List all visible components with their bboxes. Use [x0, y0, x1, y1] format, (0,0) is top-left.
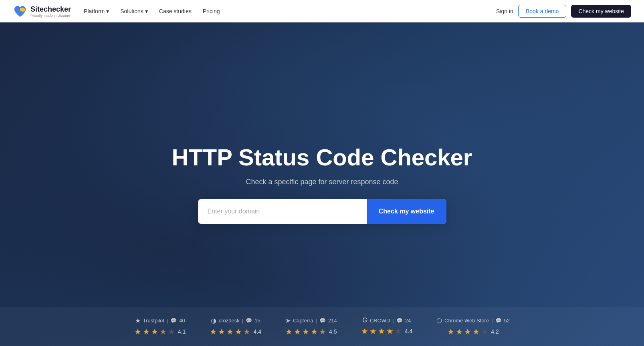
- nav-case-studies[interactable]: Case studies: [159, 8, 192, 14]
- nav-actions: Sign in Book a demo Check my website: [496, 5, 631, 18]
- rating-item: ◑ crozdesk | 💬 15 ★★★★★ 4.4: [210, 317, 261, 336]
- platform-icon: G: [362, 317, 367, 324]
- nav-solutions[interactable]: Solutions ▾: [120, 8, 148, 14]
- review-count: 24: [405, 318, 411, 324]
- star-full-icon: ★: [134, 327, 141, 336]
- star-full-icon: ★: [302, 327, 309, 336]
- review-count: 15: [254, 318, 260, 324]
- review-count: 52: [504, 318, 510, 324]
- star-full-icon: ★: [464, 327, 471, 336]
- hero-content: HTTP Status Code Checker Check a specifi…: [172, 145, 472, 224]
- chat-icon: 💬: [170, 318, 177, 324]
- hero-title: HTTP Status Code Checker: [172, 145, 472, 170]
- star-empty-icon: ★: [168, 327, 175, 336]
- star-full-icon: ★: [361, 326, 368, 336]
- star-full-icon: ★: [386, 326, 394, 336]
- rating-stars: ★★★★★ 4.5: [285, 327, 337, 336]
- logo-name: Sitechecker: [30, 5, 71, 14]
- star-full-icon: ★: [456, 327, 463, 336]
- rating-stars: ★★★★★ 4.4: [361, 326, 412, 336]
- star-full-icon: ★: [472, 327, 480, 336]
- rating-header: ⬡ Chrome Web Store | 💬 52: [436, 317, 510, 324]
- separator: |: [167, 318, 168, 324]
- rating-stars: ★★★★★ 4.2: [447, 327, 499, 336]
- chevron-down-icon: ▾: [145, 8, 148, 14]
- chat-icon: 💬: [396, 318, 403, 324]
- chat-icon: 💬: [319, 318, 326, 324]
- platform-name: Capterra: [293, 318, 313, 324]
- rating-stars: ★★★★★ 4.1: [134, 327, 186, 336]
- search-bar: Check my website: [198, 199, 446, 224]
- star-full-icon: ★: [447, 327, 454, 336]
- platform-name: CROWD: [370, 318, 390, 324]
- separator: |: [316, 318, 317, 324]
- book-demo-button[interactable]: Book a demo: [518, 5, 567, 18]
- rating-score: 4.4: [253, 328, 261, 335]
- logo-tagline: Proudly made in Ukraine: [30, 14, 71, 18]
- star-full-icon: ★: [151, 327, 158, 336]
- separator: |: [242, 318, 243, 324]
- star-half-icon: ★: [319, 327, 326, 336]
- rating-item: ➤ Capterra | 💬 214 ★★★★★ 4.5: [285, 317, 337, 336]
- platform-icon: ➤: [285, 317, 291, 324]
- rating-item: ★ Trustpilot | 💬 40 ★★★★★ 4.1: [134, 317, 186, 336]
- rating-stars: ★★★★★ 4.4: [210, 327, 261, 336]
- rating-score: 4.2: [491, 328, 499, 335]
- rating-score: 4.4: [405, 328, 412, 334]
- hero-subtitle: Check a specific page for server respons…: [246, 178, 398, 186]
- star-full-icon: ★: [378, 326, 385, 336]
- rating-item: G CROWD | 💬 24 ★★★★★ 4.4: [361, 317, 412, 336]
- navbar: Sitechecker Proudly made in Ukraine Plat…: [0, 0, 644, 22]
- check-website-nav-button[interactable]: Check my website: [571, 5, 631, 18]
- nav-pricing[interactable]: Pricing: [203, 8, 220, 14]
- separator: |: [392, 318, 394, 324]
- star-half-icon: ★: [159, 327, 167, 336]
- star-full-icon: ★: [369, 326, 377, 336]
- signin-button[interactable]: Sign in: [496, 8, 513, 14]
- domain-input[interactable]: [198, 199, 367, 224]
- logo[interactable]: Sitechecker Proudly made in Ukraine: [13, 4, 71, 18]
- platform-icon: ★: [135, 317, 141, 324]
- star-full-icon: ★: [218, 327, 225, 336]
- star-full-icon: ★: [285, 327, 293, 336]
- rating-header: G CROWD | 💬 24: [362, 317, 411, 324]
- rating-header: ➤ Capterra | 💬 214: [285, 317, 337, 324]
- star-full-icon: ★: [210, 327, 217, 336]
- review-count: 40: [179, 318, 185, 324]
- nav-platform[interactable]: Platform ▾: [84, 8, 109, 14]
- chevron-down-icon: ▾: [106, 8, 109, 14]
- chat-icon: 💬: [495, 318, 502, 324]
- platform-icon: ⬡: [436, 317, 442, 324]
- nav-links: Platform ▾ Solutions ▾ Case studies Pric…: [84, 8, 496, 14]
- separator: |: [491, 318, 493, 324]
- review-count: 214: [328, 318, 337, 324]
- rating-score: 4.5: [329, 328, 337, 335]
- rating-header: ◑ crozdesk | 💬 15: [211, 317, 260, 324]
- rating-item: ⬡ Chrome Web Store | 💬 52 ★★★★★ 4.2: [436, 317, 510, 336]
- check-website-main-button[interactable]: Check my website: [367, 199, 446, 224]
- platform-name: Trustpilot: [143, 318, 164, 324]
- star-full-icon: ★: [294, 327, 301, 336]
- star-empty-icon: ★: [395, 326, 402, 336]
- star-half-icon: ★: [243, 327, 250, 336]
- platform-name: Chrome Web Store: [444, 318, 489, 324]
- platform-icon: ◑: [211, 317, 216, 324]
- star-full-icon: ★: [143, 327, 150, 336]
- star-full-icon: ★: [226, 327, 234, 336]
- rating-score: 4.1: [178, 328, 186, 335]
- star-full-icon: ★: [235, 327, 242, 336]
- star-empty-icon: ★: [481, 327, 488, 336]
- logo-icon: [13, 4, 27, 18]
- hero-section: HTTP Status Code Checker Check a specifi…: [0, 0, 644, 346]
- star-full-icon: ★: [311, 327, 318, 336]
- chat-icon: 💬: [246, 318, 252, 324]
- rating-header: ★ Trustpilot | 💬 40: [135, 317, 185, 324]
- ratings-bar: ★ Trustpilot | 💬 40 ★★★★★ 4.1 ◑ crozdesk…: [0, 307, 644, 346]
- platform-name: crozdesk: [219, 318, 240, 324]
